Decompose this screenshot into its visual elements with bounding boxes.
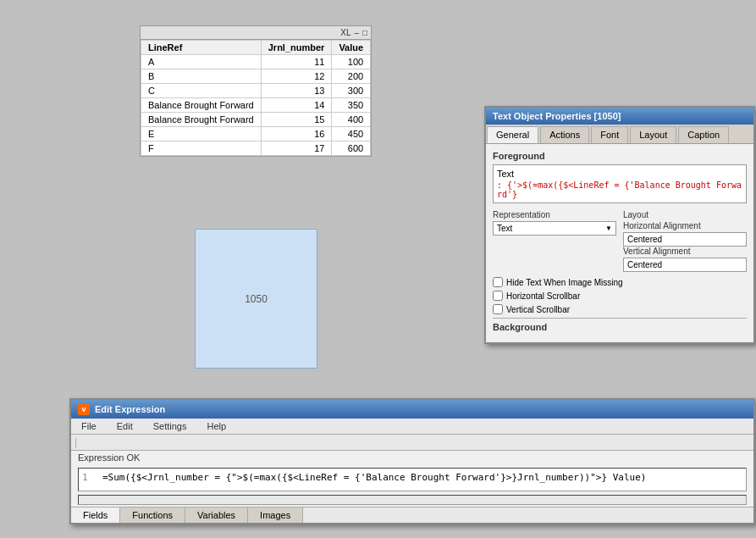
dropdown-arrow-icon[interactable]: ▼ (605, 225, 612, 232)
h-scrollbar-checkbox[interactable] (493, 291, 503, 301)
h-align-label: Horizontal Alignment (623, 221, 747, 230)
properties-dialog-title: Text Object Properties [1050] (486, 108, 753, 125)
table-cell: 13 (261, 84, 332, 98)
xl-icon[interactable]: XL (340, 28, 350, 37)
table-cell: 100 (332, 55, 371, 69)
expression-dialog: v Edit Expression File Edit Settings Hel… (69, 398, 755, 524)
table-cell: 350 (332, 98, 371, 113)
col-jrnl: Jrnl_number (261, 41, 332, 55)
table-cell: 400 (332, 113, 371, 127)
table-row: E16450 (141, 127, 371, 141)
tab-caption[interactable]: Caption (678, 126, 729, 143)
table-row: F17600 (141, 141, 371, 156)
data-table: XL – □ LineRef Jrnl_number Value A11100B… (140, 25, 372, 157)
table-cell: C (141, 84, 262, 98)
layout-group: Layout Horizontal Alignment Centered Ver… (623, 210, 747, 272)
table-cell: 16 (261, 127, 332, 141)
layout-label: Layout (623, 210, 747, 219)
table-cell: Balance Brought Forward (141, 113, 262, 127)
tab-layout[interactable]: Layout (630, 126, 676, 143)
foreground-label: Foreground (493, 151, 747, 161)
table-row: A11100 (141, 55, 371, 69)
hide-text-row: Hide Text When Image Missing (493, 277, 747, 287)
v-scrollbar-row: Vertical Scrollbar (493, 304, 747, 314)
table-cell: Balance Brought Forward (141, 98, 262, 113)
table-cell: 600 (332, 141, 371, 156)
representation-select[interactable]: Text ▼ (493, 221, 616, 236)
line-number: 1 (82, 472, 96, 487)
background-label: Background (493, 318, 747, 332)
horizontal-scrollbar[interactable] (78, 495, 747, 505)
table-cell: A (141, 55, 262, 69)
table-cell: B (141, 69, 262, 84)
tab-general[interactable]: General (487, 126, 538, 143)
table-toolbar: XL – □ (141, 26, 371, 40)
menu-file[interactable]: File (71, 419, 107, 434)
v-scrollbar-label: Vertical Scrollbar (506, 305, 570, 314)
app-logo: v (78, 403, 90, 415)
col-lineref: LineRef (141, 41, 262, 55)
text-expression[interactable]: : {'>$(=max({$<LineRef = {'Balance Broug… (497, 180, 742, 199)
h-align-value: Centered (623, 232, 747, 247)
table-row: Balance Brought Forward14350 (141, 98, 371, 113)
object-id-label: 1050 (245, 293, 268, 305)
menu-help[interactable]: Help (196, 419, 236, 434)
properties-dialog: Text Object Properties [1050] General Ac… (484, 106, 755, 344)
minimize-icon[interactable]: – (355, 28, 360, 37)
h-scrollbar-label: Horizontal Scrollbar (506, 291, 580, 301)
table-row: Balance Brought Forward15400 (141, 113, 371, 127)
footer-tab-functions[interactable]: Functions (120, 507, 185, 523)
text-label: Text (497, 169, 742, 179)
expression-menubar: File Edit Settings Help (71, 419, 753, 435)
table-row: C13300 (141, 84, 371, 98)
expression-editor[interactable]: 1 =Sum({$<Jrnl_number = {">$(=max({$<Lin… (78, 468, 747, 491)
hide-text-label: Hide Text When Image Missing (506, 278, 623, 287)
expression-footer-tabs: Fields Functions Variables Images (71, 507, 753, 523)
table-cell: 15 (261, 113, 332, 127)
tab-font[interactable]: Font (591, 126, 628, 143)
table-cell: E (141, 127, 262, 141)
expression-toolbar: | (71, 435, 753, 451)
menu-edit[interactable]: Edit (107, 419, 143, 434)
footer-tab-variables[interactable]: Variables (185, 507, 248, 523)
table-cell: 200 (332, 69, 371, 84)
expression-text[interactable]: =Sum({$<Jrnl_number = {">$(=max({$<LineR… (102, 472, 742, 487)
table-cell: 300 (332, 84, 371, 98)
maximize-icon[interactable]: □ (362, 28, 367, 37)
table-cell: 17 (261, 141, 332, 156)
table-cell: F (141, 141, 262, 156)
v-scrollbar-checkbox[interactable] (493, 304, 503, 314)
tab-actions[interactable]: Actions (540, 126, 589, 143)
properties-tabs: General Actions Font Layout Caption (486, 125, 753, 144)
v-align-value: Centered (623, 258, 747, 272)
representation-layout-row: Representation Text ▼ Layout Horizontal … (493, 210, 747, 272)
footer-tab-images[interactable]: Images (248, 507, 303, 523)
expression-status: Expression OK (71, 451, 753, 464)
object-1050[interactable]: 1050 (195, 229, 317, 369)
representation-value: Text (497, 224, 602, 233)
menu-settings[interactable]: Settings (143, 419, 197, 434)
h-scrollbar-row: Horizontal Scrollbar (493, 291, 747, 301)
table-cell: 14 (261, 98, 332, 113)
footer-tab-fields[interactable]: Fields (71, 507, 120, 523)
hide-text-checkbox[interactable] (493, 277, 503, 287)
table-cell: 12 (261, 69, 332, 84)
table-cell: 11 (261, 55, 332, 69)
v-align-label: Vertical Alignment (623, 247, 747, 256)
table-cell: 450 (332, 127, 371, 141)
representation-group: Representation Text ▼ (493, 210, 616, 272)
representation-label: Representation (493, 210, 616, 219)
expression-dialog-title: v Edit Expression (71, 400, 753, 419)
data-table-content: LineRef Jrnl_number Value A11100B12200C1… (141, 40, 371, 156)
expression-dialog-title-text: Edit Expression (95, 404, 165, 414)
foreground-box: Text : {'>$(=max({$<LineRef = {'Balance … (493, 164, 747, 203)
properties-body: Foreground Text : {'>$(=max({$<LineRef =… (486, 144, 753, 342)
table-row: B12200 (141, 69, 371, 84)
col-value: Value (332, 41, 371, 55)
